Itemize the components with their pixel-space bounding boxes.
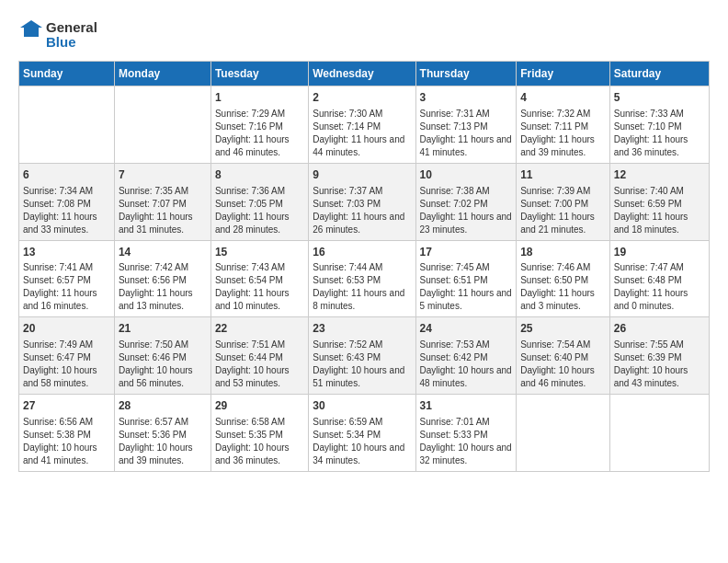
day-info: Sunrise: 7:49 AMSunset: 6:47 PMDaylight:… xyxy=(23,339,110,390)
calendar-cell: 6Sunrise: 7:34 AMSunset: 7:08 PMDaylight… xyxy=(19,163,115,240)
column-header-monday: Monday xyxy=(114,62,210,86)
day-info: Sunrise: 7:38 AMSunset: 7:02 PMDaylight:… xyxy=(420,185,513,236)
calendar-cell: 7Sunrise: 7:35 AMSunset: 7:07 PMDaylight… xyxy=(114,163,210,240)
day-info: Sunrise: 7:41 AMSunset: 6:57 PMDaylight:… xyxy=(23,261,110,313)
day-number: 6 xyxy=(23,167,110,183)
calendar-cell: 4Sunrise: 7:32 AMSunset: 7:11 PMDaylight… xyxy=(517,86,610,164)
column-header-friday: Friday xyxy=(517,62,610,86)
day-info: Sunrise: 7:45 AMSunset: 6:51 PMDaylight:… xyxy=(420,261,513,313)
day-number: 26 xyxy=(614,321,705,337)
logo: General Blue xyxy=(18,18,97,52)
calendar-cell: 23Sunrise: 7:52 AMSunset: 6:43 PMDayligh… xyxy=(309,317,415,395)
day-info: Sunrise: 7:40 AMSunset: 6:59 PMDaylight:… xyxy=(614,185,705,236)
day-number: 8 xyxy=(215,167,304,183)
column-header-sunday: Sunday xyxy=(19,62,115,86)
day-info: Sunrise: 7:34 AMSunset: 7:08 PMDaylight:… xyxy=(23,185,110,236)
day-info: Sunrise: 7:51 AMSunset: 6:44 PMDaylight:… xyxy=(215,339,304,390)
day-info: Sunrise: 7:55 AMSunset: 6:39 PMDaylight:… xyxy=(614,339,705,390)
day-info: Sunrise: 7:39 AMSunset: 7:00 PMDaylight:… xyxy=(520,185,606,236)
logo-line1: General xyxy=(46,20,97,36)
column-header-thursday: Thursday xyxy=(415,62,517,86)
day-info: Sunrise: 6:56 AMSunset: 5:38 PMDaylight:… xyxy=(23,416,110,467)
calendar-cell: 19Sunrise: 7:47 AMSunset: 6:48 PMDayligh… xyxy=(609,240,709,317)
calendar-cell: 29Sunrise: 6:58 AMSunset: 5:35 PMDayligh… xyxy=(210,395,308,472)
day-info: Sunrise: 7:53 AMSunset: 6:42 PMDaylight:… xyxy=(420,339,513,390)
day-number: 4 xyxy=(520,90,606,106)
day-info: Sunrise: 7:50 AMSunset: 6:46 PMDaylight:… xyxy=(119,339,207,390)
day-number: 30 xyxy=(313,398,411,414)
day-info: Sunrise: 7:54 AMSunset: 6:40 PMDaylight:… xyxy=(520,339,606,390)
day-number: 11 xyxy=(520,167,606,183)
day-number: 12 xyxy=(614,167,705,183)
calendar-cell xyxy=(517,395,610,472)
day-number: 24 xyxy=(420,321,513,337)
day-number: 17 xyxy=(420,245,513,260)
calendar-cell: 27Sunrise: 6:56 AMSunset: 5:38 PMDayligh… xyxy=(19,395,115,472)
logo-graphic: General Blue xyxy=(18,18,97,52)
day-info: Sunrise: 7:35 AMSunset: 7:07 PMDaylight:… xyxy=(119,185,207,236)
day-number: 20 xyxy=(23,321,110,337)
day-number: 27 xyxy=(23,398,110,414)
day-number: 16 xyxy=(313,245,411,260)
calendar-cell xyxy=(609,395,709,472)
calendar-table: SundayMondayTuesdayWednesdayThursdayFrid… xyxy=(18,61,710,472)
week-row-1: 1Sunrise: 7:29 AMSunset: 7:16 PMDaylight… xyxy=(19,86,710,164)
calendar-cell: 3Sunrise: 7:31 AMSunset: 7:13 PMDaylight… xyxy=(415,86,517,164)
day-info: Sunrise: 7:31 AMSunset: 7:13 PMDaylight:… xyxy=(420,108,513,159)
calendar-cell: 9Sunrise: 7:37 AMSunset: 7:03 PMDaylight… xyxy=(309,163,415,240)
day-number: 5 xyxy=(614,90,705,106)
day-info: Sunrise: 7:42 AMSunset: 6:56 PMDaylight:… xyxy=(119,261,207,313)
day-info: Sunrise: 7:01 AMSunset: 5:33 PMDaylight:… xyxy=(420,416,513,467)
day-info: Sunrise: 6:59 AMSunset: 5:34 PMDaylight:… xyxy=(313,416,411,467)
week-row-4: 20Sunrise: 7:49 AMSunset: 6:47 PMDayligh… xyxy=(19,317,710,395)
day-info: Sunrise: 6:58 AMSunset: 5:35 PMDaylight:… xyxy=(215,416,304,467)
day-info: Sunrise: 7:36 AMSunset: 7:05 PMDaylight:… xyxy=(215,185,304,236)
day-number: 7 xyxy=(119,167,207,183)
calendar-cell: 12Sunrise: 7:40 AMSunset: 6:59 PMDayligh… xyxy=(609,163,709,240)
calendar-cell: 2Sunrise: 7:30 AMSunset: 7:14 PMDaylight… xyxy=(309,86,415,164)
calendar-cell: 20Sunrise: 7:49 AMSunset: 6:47 PMDayligh… xyxy=(19,317,115,395)
day-info: Sunrise: 7:43 AMSunset: 6:54 PMDaylight:… xyxy=(215,261,304,313)
calendar-cell: 8Sunrise: 7:36 AMSunset: 7:05 PMDaylight… xyxy=(210,163,308,240)
day-info: Sunrise: 7:47 AMSunset: 6:48 PMDaylight:… xyxy=(614,261,705,313)
calendar-cell: 28Sunrise: 6:57 AMSunset: 5:36 PMDayligh… xyxy=(114,395,210,472)
calendar-cell: 26Sunrise: 7:55 AMSunset: 6:39 PMDayligh… xyxy=(609,317,709,395)
calendar-cell: 14Sunrise: 7:42 AMSunset: 6:56 PMDayligh… xyxy=(114,240,210,317)
day-number: 29 xyxy=(215,398,304,414)
day-number: 14 xyxy=(119,245,207,260)
day-number: 13 xyxy=(23,245,110,260)
column-header-saturday: Saturday xyxy=(609,62,709,86)
day-number: 10 xyxy=(420,167,513,183)
day-info: Sunrise: 7:29 AMSunset: 7:16 PMDaylight:… xyxy=(215,108,304,159)
day-number: 31 xyxy=(420,398,513,414)
calendar-cell: 16Sunrise: 7:44 AMSunset: 6:53 PMDayligh… xyxy=(309,240,415,317)
day-info: Sunrise: 6:57 AMSunset: 5:36 PMDaylight:… xyxy=(119,416,207,467)
calendar-cell: 25Sunrise: 7:54 AMSunset: 6:40 PMDayligh… xyxy=(517,317,610,395)
header-row: SundayMondayTuesdayWednesdayThursdayFrid… xyxy=(19,62,710,86)
day-number: 28 xyxy=(119,398,207,414)
day-info: Sunrise: 7:33 AMSunset: 7:10 PMDaylight:… xyxy=(614,108,705,159)
day-number: 3 xyxy=(420,90,513,106)
day-number: 22 xyxy=(215,321,304,337)
page-header: General Blue xyxy=(18,18,710,52)
day-info: Sunrise: 7:46 AMSunset: 6:50 PMDaylight:… xyxy=(520,261,606,313)
day-info: Sunrise: 7:30 AMSunset: 7:14 PMDaylight:… xyxy=(313,108,411,159)
day-info: Sunrise: 7:37 AMSunset: 7:03 PMDaylight:… xyxy=(313,185,411,236)
day-number: 1 xyxy=(215,90,304,106)
day-number: 19 xyxy=(614,245,705,260)
calendar-cell: 18Sunrise: 7:46 AMSunset: 6:50 PMDayligh… xyxy=(517,240,610,317)
calendar-cell: 22Sunrise: 7:51 AMSunset: 6:44 PMDayligh… xyxy=(210,317,308,395)
calendar-cell: 11Sunrise: 7:39 AMSunset: 7:00 PMDayligh… xyxy=(517,163,610,240)
calendar-cell: 15Sunrise: 7:43 AMSunset: 6:54 PMDayligh… xyxy=(210,240,308,317)
calendar-cell: 30Sunrise: 6:59 AMSunset: 5:34 PMDayligh… xyxy=(309,395,415,472)
svg-marker-0 xyxy=(20,20,42,37)
calendar-cell: 31Sunrise: 7:01 AMSunset: 5:33 PMDayligh… xyxy=(415,395,517,472)
day-info: Sunrise: 7:44 AMSunset: 6:53 PMDaylight:… xyxy=(313,261,411,313)
day-info: Sunrise: 7:32 AMSunset: 7:11 PMDaylight:… xyxy=(520,108,606,159)
calendar-cell: 10Sunrise: 7:38 AMSunset: 7:02 PMDayligh… xyxy=(415,163,517,240)
logo-icon xyxy=(18,18,44,52)
day-number: 18 xyxy=(520,245,606,260)
day-number: 15 xyxy=(215,245,304,260)
calendar-cell: 21Sunrise: 7:50 AMSunset: 6:46 PMDayligh… xyxy=(114,317,210,395)
column-header-wednesday: Wednesday xyxy=(309,62,415,86)
